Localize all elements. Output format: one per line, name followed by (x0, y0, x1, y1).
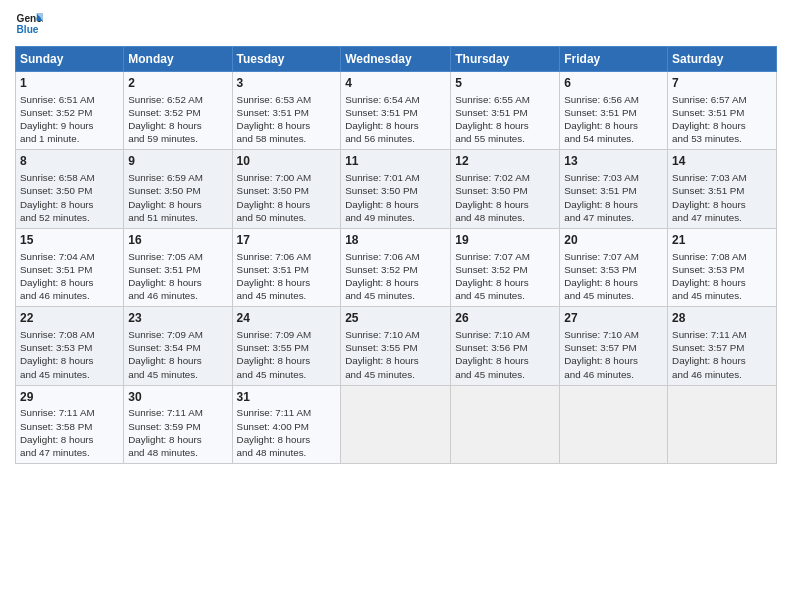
day-number: 5 (455, 76, 555, 92)
day-number: 27 (564, 311, 663, 327)
day-number: 4 (345, 76, 446, 92)
day-cell: 25Sunrise: 7:10 AM Sunset: 3:55 PM Dayli… (341, 307, 451, 385)
day-detail: Sunrise: 6:58 AM Sunset: 3:50 PM Dayligh… (20, 171, 119, 224)
day-cell: 6Sunrise: 6:56 AM Sunset: 3:51 PM Daylig… (560, 72, 668, 150)
week-row-5: 29Sunrise: 7:11 AM Sunset: 3:58 PM Dayli… (16, 385, 777, 463)
weekday-header-thursday: Thursday (451, 47, 560, 72)
day-cell: 2Sunrise: 6:52 AM Sunset: 3:52 PM Daylig… (124, 72, 232, 150)
day-number: 25 (345, 311, 446, 327)
day-cell: 28Sunrise: 7:11 AM Sunset: 3:57 PM Dayli… (668, 307, 777, 385)
day-number: 9 (128, 154, 227, 170)
weekday-header-row: SundayMondayTuesdayWednesdayThursdayFrid… (16, 47, 777, 72)
calendar-table: SundayMondayTuesdayWednesdayThursdayFrid… (15, 46, 777, 464)
day-detail: Sunrise: 7:11 AM Sunset: 4:00 PM Dayligh… (237, 406, 337, 459)
day-detail: Sunrise: 6:51 AM Sunset: 3:52 PM Dayligh… (20, 93, 119, 146)
day-number: 19 (455, 233, 555, 249)
day-cell: 10Sunrise: 7:00 AM Sunset: 3:50 PM Dayli… (232, 150, 341, 228)
day-cell: 24Sunrise: 7:09 AM Sunset: 3:55 PM Dayli… (232, 307, 341, 385)
weekday-header-tuesday: Tuesday (232, 47, 341, 72)
day-cell: 9Sunrise: 6:59 AM Sunset: 3:50 PM Daylig… (124, 150, 232, 228)
day-detail: Sunrise: 7:03 AM Sunset: 3:51 PM Dayligh… (672, 171, 772, 224)
day-cell: 12Sunrise: 7:02 AM Sunset: 3:50 PM Dayli… (451, 150, 560, 228)
day-cell: 3Sunrise: 6:53 AM Sunset: 3:51 PM Daylig… (232, 72, 341, 150)
day-number: 17 (237, 233, 337, 249)
day-detail: Sunrise: 7:10 AM Sunset: 3:55 PM Dayligh… (345, 328, 446, 381)
day-detail: Sunrise: 7:06 AM Sunset: 3:52 PM Dayligh… (345, 250, 446, 303)
day-number: 7 (672, 76, 772, 92)
calendar-header: General Blue (15, 10, 777, 38)
day-number: 16 (128, 233, 227, 249)
day-detail: Sunrise: 6:54 AM Sunset: 3:51 PM Dayligh… (345, 93, 446, 146)
day-number: 18 (345, 233, 446, 249)
day-number: 23 (128, 311, 227, 327)
logo: General Blue (15, 10, 47, 38)
day-number: 8 (20, 154, 119, 170)
day-detail: Sunrise: 7:07 AM Sunset: 3:53 PM Dayligh… (564, 250, 663, 303)
week-row-4: 22Sunrise: 7:08 AM Sunset: 3:53 PM Dayli… (16, 307, 777, 385)
day-number: 6 (564, 76, 663, 92)
day-cell: 23Sunrise: 7:09 AM Sunset: 3:54 PM Dayli… (124, 307, 232, 385)
day-number: 15 (20, 233, 119, 249)
day-cell: 8Sunrise: 6:58 AM Sunset: 3:50 PM Daylig… (16, 150, 124, 228)
day-detail: Sunrise: 7:02 AM Sunset: 3:50 PM Dayligh… (455, 171, 555, 224)
day-detail: Sunrise: 7:09 AM Sunset: 3:55 PM Dayligh… (237, 328, 337, 381)
day-cell: 1Sunrise: 6:51 AM Sunset: 3:52 PM Daylig… (16, 72, 124, 150)
day-detail: Sunrise: 7:03 AM Sunset: 3:51 PM Dayligh… (564, 171, 663, 224)
day-detail: Sunrise: 6:59 AM Sunset: 3:50 PM Dayligh… (128, 171, 227, 224)
day-detail: Sunrise: 7:04 AM Sunset: 3:51 PM Dayligh… (20, 250, 119, 303)
day-number: 22 (20, 311, 119, 327)
week-row-1: 1Sunrise: 6:51 AM Sunset: 3:52 PM Daylig… (16, 72, 777, 150)
day-cell: 4Sunrise: 6:54 AM Sunset: 3:51 PM Daylig… (341, 72, 451, 150)
week-row-2: 8Sunrise: 6:58 AM Sunset: 3:50 PM Daylig… (16, 150, 777, 228)
day-detail: Sunrise: 7:06 AM Sunset: 3:51 PM Dayligh… (237, 250, 337, 303)
day-cell: 20Sunrise: 7:07 AM Sunset: 3:53 PM Dayli… (560, 228, 668, 306)
day-cell: 13Sunrise: 7:03 AM Sunset: 3:51 PM Dayli… (560, 150, 668, 228)
day-cell: 27Sunrise: 7:10 AM Sunset: 3:57 PM Dayli… (560, 307, 668, 385)
day-detail: Sunrise: 7:10 AM Sunset: 3:57 PM Dayligh… (564, 328, 663, 381)
day-number: 3 (237, 76, 337, 92)
day-detail: Sunrise: 6:52 AM Sunset: 3:52 PM Dayligh… (128, 93, 227, 146)
day-cell: 18Sunrise: 7:06 AM Sunset: 3:52 PM Dayli… (341, 228, 451, 306)
day-detail: Sunrise: 7:11 AM Sunset: 3:59 PM Dayligh… (128, 406, 227, 459)
day-detail: Sunrise: 6:53 AM Sunset: 3:51 PM Dayligh… (237, 93, 337, 146)
day-number: 10 (237, 154, 337, 170)
week-row-3: 15Sunrise: 7:04 AM Sunset: 3:51 PM Dayli… (16, 228, 777, 306)
day-cell: 22Sunrise: 7:08 AM Sunset: 3:53 PM Dayli… (16, 307, 124, 385)
day-detail: Sunrise: 6:55 AM Sunset: 3:51 PM Dayligh… (455, 93, 555, 146)
day-cell: 14Sunrise: 7:03 AM Sunset: 3:51 PM Dayli… (668, 150, 777, 228)
day-cell: 11Sunrise: 7:01 AM Sunset: 3:50 PM Dayli… (341, 150, 451, 228)
day-cell: 29Sunrise: 7:11 AM Sunset: 3:58 PM Dayli… (16, 385, 124, 463)
weekday-header-sunday: Sunday (16, 47, 124, 72)
day-number: 24 (237, 311, 337, 327)
day-detail: Sunrise: 7:05 AM Sunset: 3:51 PM Dayligh… (128, 250, 227, 303)
day-number: 12 (455, 154, 555, 170)
day-cell (341, 385, 451, 463)
logo-icon: General Blue (15, 10, 43, 38)
day-number: 20 (564, 233, 663, 249)
day-detail: Sunrise: 7:10 AM Sunset: 3:56 PM Dayligh… (455, 328, 555, 381)
day-cell: 19Sunrise: 7:07 AM Sunset: 3:52 PM Dayli… (451, 228, 560, 306)
day-cell (668, 385, 777, 463)
day-cell: 5Sunrise: 6:55 AM Sunset: 3:51 PM Daylig… (451, 72, 560, 150)
weekday-header-friday: Friday (560, 47, 668, 72)
svg-text:Blue: Blue (17, 24, 39, 35)
day-detail: Sunrise: 7:11 AM Sunset: 3:57 PM Dayligh… (672, 328, 772, 381)
day-cell: 16Sunrise: 7:05 AM Sunset: 3:51 PM Dayli… (124, 228, 232, 306)
day-number: 28 (672, 311, 772, 327)
day-number: 21 (672, 233, 772, 249)
day-cell: 15Sunrise: 7:04 AM Sunset: 3:51 PM Dayli… (16, 228, 124, 306)
day-detail: Sunrise: 7:07 AM Sunset: 3:52 PM Dayligh… (455, 250, 555, 303)
day-cell: 26Sunrise: 7:10 AM Sunset: 3:56 PM Dayli… (451, 307, 560, 385)
day-detail: Sunrise: 7:01 AM Sunset: 3:50 PM Dayligh… (345, 171, 446, 224)
day-cell: 31Sunrise: 7:11 AM Sunset: 4:00 PM Dayli… (232, 385, 341, 463)
day-number: 11 (345, 154, 446, 170)
day-number: 29 (20, 390, 119, 406)
day-number: 31 (237, 390, 337, 406)
day-detail: Sunrise: 6:57 AM Sunset: 3:51 PM Dayligh… (672, 93, 772, 146)
day-cell: 7Sunrise: 6:57 AM Sunset: 3:51 PM Daylig… (668, 72, 777, 150)
day-detail: Sunrise: 7:00 AM Sunset: 3:50 PM Dayligh… (237, 171, 337, 224)
day-detail: Sunrise: 7:11 AM Sunset: 3:58 PM Dayligh… (20, 406, 119, 459)
day-number: 30 (128, 390, 227, 406)
day-detail: Sunrise: 7:09 AM Sunset: 3:54 PM Dayligh… (128, 328, 227, 381)
day-number: 1 (20, 76, 119, 92)
